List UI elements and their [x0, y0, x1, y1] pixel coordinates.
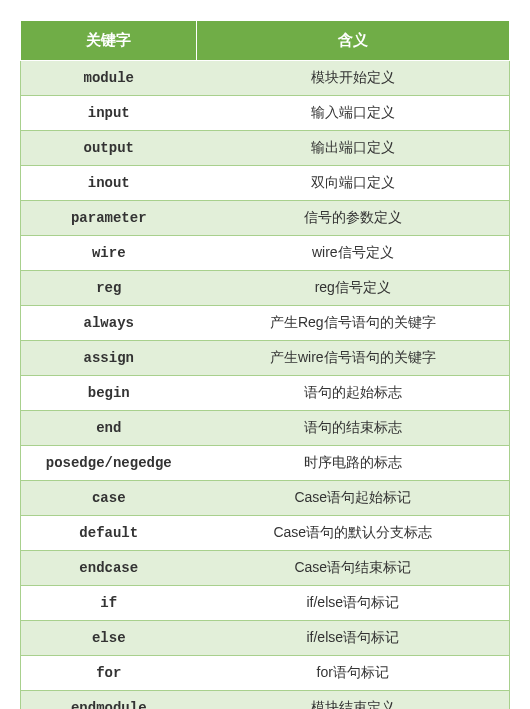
cell-meaning: wire信号定义: [197, 236, 510, 271]
cell-meaning: 语句的起始标志: [197, 376, 510, 411]
cell-meaning: if/else语句标记: [197, 621, 510, 656]
cell-meaning: Case语句结束标记: [197, 551, 510, 586]
table-row: always产生Reg信号语句的关键字: [21, 306, 510, 341]
cell-keyword: always: [21, 306, 197, 341]
table-header: 关键字 含义: [21, 21, 510, 61]
table-row: forfor语句标记: [21, 656, 510, 691]
cell-keyword: inout: [21, 166, 197, 201]
table-row: elseif/else语句标记: [21, 621, 510, 656]
cell-keyword: begin: [21, 376, 197, 411]
table-row: inout双向端口定义: [21, 166, 510, 201]
table-body: module模块开始定义input输入端口定义output输出端口定义inout…: [21, 61, 510, 710]
table-row: module模块开始定义: [21, 61, 510, 96]
cell-keyword: output: [21, 131, 197, 166]
cell-meaning: 模块开始定义: [197, 61, 510, 96]
cell-keyword: if: [21, 586, 197, 621]
cell-keyword: else: [21, 621, 197, 656]
table-row: caseCase语句起始标记: [21, 481, 510, 516]
table-row: regreg信号定义: [21, 271, 510, 306]
cell-meaning: 产生wire信号语句的关键字: [197, 341, 510, 376]
table-row: posedge/negedge时序电路的标志: [21, 446, 510, 481]
cell-meaning: 双向端口定义: [197, 166, 510, 201]
cell-keyword: posedge/negedge: [21, 446, 197, 481]
cell-meaning: 语句的结束标志: [197, 411, 510, 446]
cell-keyword: endcase: [21, 551, 197, 586]
cell-keyword: default: [21, 516, 197, 551]
table-row: endmodule模块结束定义: [21, 691, 510, 710]
table-row: assign产生wire信号语句的关键字: [21, 341, 510, 376]
table-row: end语句的结束标志: [21, 411, 510, 446]
table-row: endcaseCase语句结束标记: [21, 551, 510, 586]
cell-meaning: Case语句的默认分支标志: [197, 516, 510, 551]
table-row: defaultCase语句的默认分支标志: [21, 516, 510, 551]
cell-keyword: parameter: [21, 201, 197, 236]
table-row: ifif/else语句标记: [21, 586, 510, 621]
cell-meaning: reg信号定义: [197, 271, 510, 306]
cell-keyword: reg: [21, 271, 197, 306]
col-header-keyword: 关键字: [21, 21, 197, 61]
cell-meaning: 输出端口定义: [197, 131, 510, 166]
col-header-meaning: 含义: [197, 21, 510, 61]
cell-meaning: Case语句起始标记: [197, 481, 510, 516]
cell-keyword: wire: [21, 236, 197, 271]
cell-keyword: endmodule: [21, 691, 197, 710]
cell-meaning: for语句标记: [197, 656, 510, 691]
table-row: parameter信号的参数定义: [21, 201, 510, 236]
cell-keyword: input: [21, 96, 197, 131]
cell-meaning: 模块结束定义: [197, 691, 510, 710]
cell-keyword: for: [21, 656, 197, 691]
cell-keyword: end: [21, 411, 197, 446]
cell-keyword: assign: [21, 341, 197, 376]
table-row: output输出端口定义: [21, 131, 510, 166]
cell-keyword: case: [21, 481, 197, 516]
cell-meaning: 产生Reg信号语句的关键字: [197, 306, 510, 341]
cell-meaning: 信号的参数定义: [197, 201, 510, 236]
table-row: input输入端口定义: [21, 96, 510, 131]
table-row: begin语句的起始标志: [21, 376, 510, 411]
table-row: wirewire信号定义: [21, 236, 510, 271]
cell-keyword: module: [21, 61, 197, 96]
keyword-table: 关键字 含义 module模块开始定义input输入端口定义output输出端口…: [20, 20, 510, 709]
cell-meaning: 时序电路的标志: [197, 446, 510, 481]
cell-meaning: 输入端口定义: [197, 96, 510, 131]
cell-meaning: if/else语句标记: [197, 586, 510, 621]
